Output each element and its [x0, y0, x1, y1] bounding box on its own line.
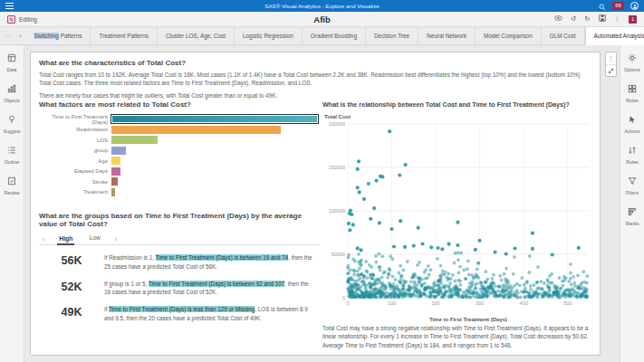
tab-cluster-los-age-cost[interactable]: Cluster LOS, Age, Cost: [158, 27, 235, 44]
right-rail: OptionsRolesActionsRulesFiltersRanks: [620, 45, 644, 362]
factor-track: [111, 167, 318, 176]
factor-row-los: LOS: [39, 135, 318, 146]
factor-row-treatment: Treatment: [39, 187, 318, 198]
rail-label: Review: [4, 190, 19, 195]
group-nav-prev-icon[interactable]: ‹: [43, 236, 44, 243]
rail-label: Data: [7, 67, 17, 72]
factor-label: Stroke: [39, 179, 111, 185]
factor-track: [111, 115, 318, 123]
tab-switching-patterns[interactable]: Switching Patterns: [26, 27, 91, 44]
rail-item-options[interactable]: Options: [620, 45, 644, 76]
alert-badge[interactable]: 1: [629, 15, 637, 24]
save-icon[interactable]: [599, 14, 606, 24]
svg-text:50000: 50000: [332, 252, 345, 257]
group-nav-low[interactable]: Low: [87, 234, 101, 243]
relationship-insight: Total Cost may have a strong negative re…: [322, 324, 594, 349]
undo-icon[interactable]: ↺: [571, 15, 576, 23]
factor-bar[interactable]: [111, 188, 115, 196]
groups-heading: What are the groups based on Time to Fir…: [39, 212, 320, 228]
rail-item-ranks[interactable]: Ranks: [620, 199, 644, 230]
options-icon: [628, 50, 637, 66]
highlighted-condition: Time to First Treatment (Days) is betwee…: [149, 281, 284, 287]
related-factors-chart: What factors are most related to Total C…: [39, 100, 318, 197]
factor-label: Age: [39, 158, 111, 164]
maximize-object-icon[interactable]: [606, 64, 616, 76]
factor-row-stroke: Stroke: [39, 176, 318, 187]
factor-bar[interactable]: [111, 177, 118, 186]
svg-text:150000: 150000: [329, 165, 345, 170]
tab-glm-cost[interactable]: GLM Cost: [542, 27, 585, 44]
rail-item-objects[interactable]: Objects: [0, 76, 24, 107]
group-rule-text: If Readmission is 1, Time to First Treat…: [104, 253, 320, 272]
factor-track: [111, 126, 318, 134]
characteristics-heading: What are the characteristics of Total Co…: [39, 59, 591, 67]
rail-label: Options: [624, 67, 640, 72]
tab-automated-analysis[interactable]: Automated Analysis⋮: [585, 27, 644, 45]
rail-label: Outline: [5, 159, 19, 165]
factor-bar[interactable]: [111, 147, 126, 155]
rail-item-rules[interactable]: Rules: [620, 138, 644, 168]
factor-bar[interactable]: [111, 167, 120, 176]
factor-bar[interactable]: [111, 136, 158, 144]
factor-bar[interactable]: [111, 115, 318, 123]
object-menu-icon[interactable]: ⋮: [606, 52, 616, 64]
tab-logistic-regression[interactable]: Logistic Regression: [235, 27, 303, 44]
factor-row-group: group: [39, 146, 318, 157]
tab-decision-tree[interactable]: Decision Tree: [366, 27, 418, 44]
rail-label: Filters: [626, 190, 639, 195]
factor-track: [111, 188, 318, 196]
group-nav: ‹HighLow›: [39, 234, 320, 245]
rail-item-filters[interactable]: Filters: [620, 168, 644, 199]
svg-text:Total Cost: Total Cost: [324, 114, 351, 119]
tab-neural-network[interactable]: Neural Network: [418, 27, 476, 44]
svg-text:100: 100: [388, 300, 396, 306]
report-title: Afib: [0, 14, 644, 24]
scatter-section: What is the relationship between Total C…: [322, 100, 596, 330]
objects-icon: [7, 81, 16, 97]
factor-bar[interactable]: [111, 157, 120, 165]
svg-text:300: 300: [476, 300, 484, 306]
groups-section: What are the groups based on Time to Fir…: [39, 212, 320, 323]
rail-item-outline[interactable]: Outline: [0, 138, 24, 168]
tab-treatment-patterns[interactable]: Treatment Patterns: [91, 27, 157, 44]
characteristics-summary: Total Cost ranges from 10 to 192K. Avera…: [39, 71, 591, 88]
rail-item-data[interactable]: Data: [0, 45, 24, 76]
tab-scroll-left-icon[interactable]: ‹: [14, 27, 25, 44]
left-rail: DataObjectsSuggestOutlineReview: [0, 45, 24, 362]
tab-model-comparison[interactable]: Model Comparison: [476, 27, 542, 44]
group-row-56k[interactable]: 56KIf Readmission is 1, Time to First Tr…: [39, 253, 320, 272]
object-toolbar: ⋮: [605, 52, 617, 77]
factor-label: group: [39, 148, 111, 153]
factor-row-elapsed-days: Elapsed Days: [39, 167, 318, 177]
scatter-plot[interactable]: 0500001000001500002000000100200300400500…: [322, 111, 596, 330]
automated-analysis-panel[interactable]: What are the characteristics of Total Co…: [30, 52, 601, 356]
review-icon: [7, 173, 16, 189]
characteristics-section: What are the characteristics of Total Co…: [39, 59, 591, 100]
ranks-icon: [628, 204, 637, 220]
rail-item-suggest[interactable]: Suggest: [0, 107, 24, 138]
factor-bar[interactable]: [111, 126, 281, 134]
group-row-49k[interactable]: 49KIf Time to First Treatment (Days) is …: [39, 305, 320, 323]
rail-item-roles[interactable]: Roles: [620, 76, 644, 107]
group-row-52k[interactable]: 52KIf group is 1 or 5, Time to First Tre…: [39, 280, 320, 298]
factor-label: LOS: [39, 138, 111, 143]
tab-gradient-boosting[interactable]: Gradient Boosting: [303, 27, 366, 44]
page-tab-bar: ⋯ ‹ Switching PatternsTreatment Patterns…: [0, 27, 644, 45]
rail-item-review[interactable]: Review: [0, 168, 24, 199]
highlighted-condition: Time to First Treatment (Days) is less t…: [109, 306, 255, 312]
rail-label: Roles: [626, 98, 638, 103]
title-bar: ✎ Editing Afib ↺ ↻ ⋮ 1: [0, 12, 644, 27]
group-nav-high[interactable]: High: [57, 235, 74, 245]
app-bar: SAS® Visual Analytics - Explore and Visu…: [0, 0, 644, 12]
svg-text:500: 500: [563, 300, 572, 306]
svg-text:0: 0: [342, 295, 345, 300]
scatter-heading: What is the relationship between Total C…: [322, 100, 596, 109]
more-options-icon[interactable]: ⋮: [614, 15, 621, 23]
redo-icon[interactable]: ↻: [584, 15, 590, 23]
factor-label: Elapsed Days: [39, 168, 111, 174]
rail-item-actions[interactable]: Actions: [620, 107, 644, 138]
group-nav-next-icon[interactable]: ›: [115, 236, 117, 243]
rail-label: Ranks: [626, 221, 639, 226]
view-report-icon[interactable]: [554, 14, 562, 24]
tab-overflow-left-icon[interactable]: ⋯: [0, 27, 14, 44]
